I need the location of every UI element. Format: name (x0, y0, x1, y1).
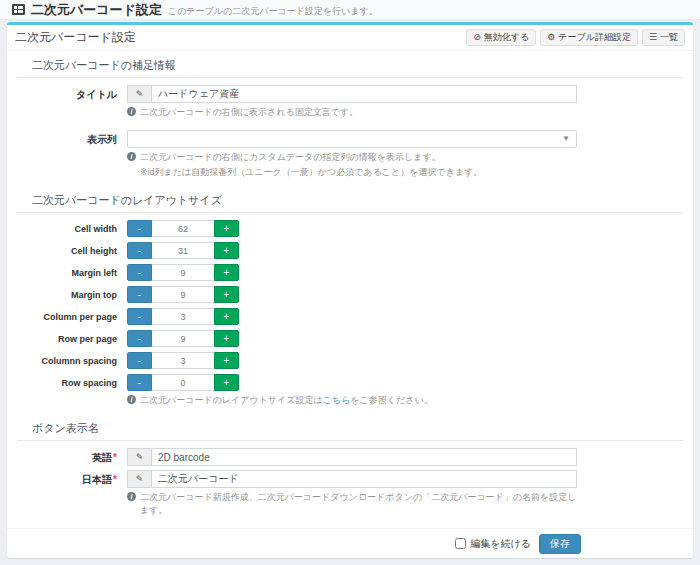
english-name-label: 英語* (17, 448, 127, 465)
ban-icon: ⊘ (473, 33, 481, 42)
row-spacing-stepper: - + (127, 374, 239, 391)
column-per-page-stepper: - + (127, 308, 239, 325)
row-per-page-stepper: - + (127, 330, 239, 347)
margin-left-stepper: - + (127, 264, 239, 281)
section-heading-button-names: ボタン表示名 (32, 421, 683, 436)
info-icon: i (127, 107, 136, 116)
row-spacing-input[interactable] (152, 374, 214, 391)
content-header: 二次元バーコード設定 このテーブルの二次元バーコード設定を行います。 (0, 0, 700, 20)
display-column-label: 表示列 (17, 130, 127, 147)
plus-button[interactable]: + (214, 374, 239, 391)
row-per-page-input[interactable] (152, 330, 214, 347)
table-icon (12, 4, 25, 15)
minus-button[interactable]: - (127, 264, 152, 281)
info-icon: i (127, 492, 136, 501)
display-column-help-note: ※id列または自動採番列（ユニーク（一意）かつ必須であること）を選択できます。 (140, 166, 577, 179)
cell-height-input[interactable] (152, 242, 214, 259)
pencil-icon: ✎ (127, 85, 151, 103)
column-per-page-row: Column per page - + (17, 308, 683, 325)
continue-editing-label: 編集を続ける (470, 537, 531, 551)
minus-button[interactable]: - (127, 220, 152, 237)
panel-body: 二次元バーコードの補足情報 タイトル ✎ i 二次元バーコードの右側に表示される… (7, 51, 693, 528)
minus-button[interactable]: - (127, 330, 152, 347)
english-name-row: 英語* ✎ (17, 448, 683, 466)
title-field-label: タイトル (17, 85, 127, 102)
margin-left-input[interactable] (152, 264, 214, 281)
pencil-icon: ✎ (127, 470, 151, 488)
display-column-row: 表示列 ▼ i 二次元バーコードの右側にカスタムデータの指定列の情報を表示します… (17, 130, 683, 186)
panel-title: 二次元バーコード設定 (15, 29, 136, 46)
plus-button[interactable]: + (214, 308, 239, 325)
minus-button[interactable]: - (127, 352, 152, 369)
minus-button[interactable]: - (127, 286, 152, 303)
plus-button[interactable]: + (214, 286, 239, 303)
table-settings-button[interactable]: ⚙ テーブル詳細設定 (540, 29, 638, 46)
table-settings-button-label: テーブル詳細設定 (558, 31, 631, 44)
margin-top-label: Margin top (17, 286, 127, 300)
cell-width-label: Cell width (17, 220, 127, 234)
margin-left-label: Margin left (17, 264, 127, 278)
disable-button[interactable]: ⊘ 無効化する (466, 29, 536, 46)
minus-button[interactable]: - (127, 242, 152, 259)
title-help: i 二次元バーコードの右側に表示される固定文言です。 (127, 106, 577, 119)
row-per-page-row: Row per page - + (17, 330, 683, 347)
layout-help: i 二次元バーコードのレイアウトサイズ設定はこちらをご参照ください。 (127, 394, 577, 407)
plus-button[interactable]: + (214, 220, 239, 237)
list-button[interactable]: ☰ 一覧 (642, 29, 685, 46)
margin-left-row: Margin left - + (17, 264, 683, 281)
column-spacing-label: Columnn spacing (17, 352, 127, 366)
margin-top-input[interactable] (152, 286, 214, 303)
plus-button[interactable]: + (214, 242, 239, 259)
japanese-name-row: 日本語* ✎ i 二次元バーコード新規作成、二次元バーコードダウンロードボタンの… (17, 470, 683, 524)
page-title: 二次元バーコード設定 (31, 1, 162, 19)
save-button[interactable]: 保存 (539, 534, 581, 554)
info-icon: i (127, 395, 136, 404)
cell-width-row: Cell width - + (17, 220, 683, 237)
divider (17, 212, 683, 213)
section-heading-layout: 二次元バーコードのレイアウトサイズ (32, 193, 683, 208)
cell-height-stepper: - + (127, 242, 239, 259)
column-per-page-input[interactable] (152, 308, 214, 325)
japanese-name-input[interactable] (151, 470, 577, 488)
cell-height-label: Cell height (17, 242, 127, 256)
minus-button[interactable]: - (127, 308, 152, 325)
row-per-page-label: Row per page (17, 330, 127, 344)
list-button-label: 一覧 (660, 31, 678, 44)
margin-top-stepper: - + (127, 286, 239, 303)
section-heading-supplement: 二次元バーコードの補足情報 (32, 58, 683, 73)
english-name-input[interactable] (151, 448, 577, 466)
cell-height-row: Cell height - + (17, 242, 683, 259)
layout-help-link[interactable]: こちら (323, 395, 351, 405)
cell-width-input[interactable] (152, 220, 214, 237)
required-mark: * (113, 452, 117, 463)
page-subtitle: このテーブルの二次元バーコード設定を行います。 (168, 2, 378, 18)
row-spacing-row: Row spacing - + i 二次元バーコードのレイアウトサイズ設定はこち… (17, 374, 683, 414)
info-icon: i (127, 152, 136, 161)
divider (17, 440, 683, 441)
list-icon: ☰ (649, 33, 657, 42)
column-spacing-input[interactable] (152, 352, 214, 369)
panel-footer: 編集を続ける 保存 (7, 528, 693, 558)
title-input[interactable] (151, 85, 577, 103)
cell-width-stepper: - + (127, 220, 239, 237)
display-column-help: i 二次元バーコードの右側にカスタムデータの指定列の情報を表示します。 (127, 151, 577, 164)
button-names-help: i 二次元バーコード新規作成、二次元バーコードダウンロードボタンの「二次元バーコ… (127, 491, 577, 517)
required-mark: * (113, 474, 117, 485)
pencil-icon: ✎ (127, 448, 151, 466)
plus-button[interactable]: + (214, 264, 239, 281)
disable-button-label: 無効化する (484, 31, 529, 44)
barcode-settings-panel: 二次元バーコード設定 ⊘ 無効化する ⚙ テーブル詳細設定 ☰ 一覧 二次元バー… (7, 22, 693, 558)
continue-editing-option[interactable]: 編集を続ける (455, 537, 531, 551)
row-spacing-label: Row spacing (17, 374, 127, 388)
plus-button[interactable]: + (214, 352, 239, 369)
divider (17, 77, 683, 78)
display-column-select[interactable]: ▼ (127, 130, 577, 148)
caret-down-icon[interactable]: ▼ (562, 135, 570, 143)
minus-button[interactable]: - (127, 374, 152, 391)
panel-header: 二次元バーコード設定 ⊘ 無効化する ⚙ テーブル詳細設定 ☰ 一覧 (7, 25, 693, 51)
margin-top-row: Margin top - + (17, 286, 683, 303)
japanese-name-label: 日本語* (17, 470, 127, 487)
title-field-row: タイトル ✎ i 二次元バーコードの右側に表示される固定文言です。 (17, 85, 683, 126)
plus-button[interactable]: + (214, 330, 239, 347)
continue-editing-checkbox[interactable] (455, 538, 466, 549)
